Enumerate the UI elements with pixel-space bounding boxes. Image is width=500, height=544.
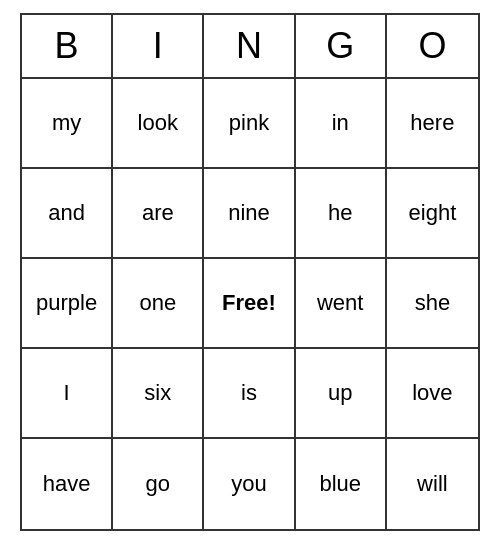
header-letter-b: B [22, 15, 113, 77]
cell-r2-c3[interactable]: went [296, 259, 387, 349]
header-letter-o: O [387, 15, 478, 77]
cell-r4-c1[interactable]: go [113, 439, 204, 529]
bingo-header: BINGO [22, 15, 478, 79]
cell-r4-c2[interactable]: you [204, 439, 295, 529]
cell-r3-c1[interactable]: six [113, 349, 204, 439]
cell-r2-c1[interactable]: one [113, 259, 204, 349]
cell-r4-c3[interactable]: blue [296, 439, 387, 529]
cell-r3-c0[interactable]: I [22, 349, 113, 439]
cell-r4-c4[interactable]: will [387, 439, 478, 529]
cell-r0-c0[interactable]: my [22, 79, 113, 169]
cell-r3-c2[interactable]: is [204, 349, 295, 439]
cell-r3-c3[interactable]: up [296, 349, 387, 439]
cell-r2-c2[interactable]: Free! [204, 259, 295, 349]
cell-r2-c4[interactable]: she [387, 259, 478, 349]
cell-r0-c1[interactable]: look [113, 79, 204, 169]
cell-r3-c4[interactable]: love [387, 349, 478, 439]
cell-r1-c2[interactable]: nine [204, 169, 295, 259]
bingo-grid: mylookpinkinhereandarenineheeightpurpleo… [22, 79, 478, 529]
cell-r1-c1[interactable]: are [113, 169, 204, 259]
cell-r1-c0[interactable]: and [22, 169, 113, 259]
header-letter-g: G [296, 15, 387, 77]
cell-r0-c2[interactable]: pink [204, 79, 295, 169]
header-letter-i: I [113, 15, 204, 77]
cell-r0-c3[interactable]: in [296, 79, 387, 169]
cell-r1-c4[interactable]: eight [387, 169, 478, 259]
cell-r2-c0[interactable]: purple [22, 259, 113, 349]
header-letter-n: N [204, 15, 295, 77]
cell-r1-c3[interactable]: he [296, 169, 387, 259]
bingo-card: BINGO mylookpinkinhereandarenineheeightp… [20, 13, 480, 531]
cell-r4-c0[interactable]: have [22, 439, 113, 529]
cell-r0-c4[interactable]: here [387, 79, 478, 169]
